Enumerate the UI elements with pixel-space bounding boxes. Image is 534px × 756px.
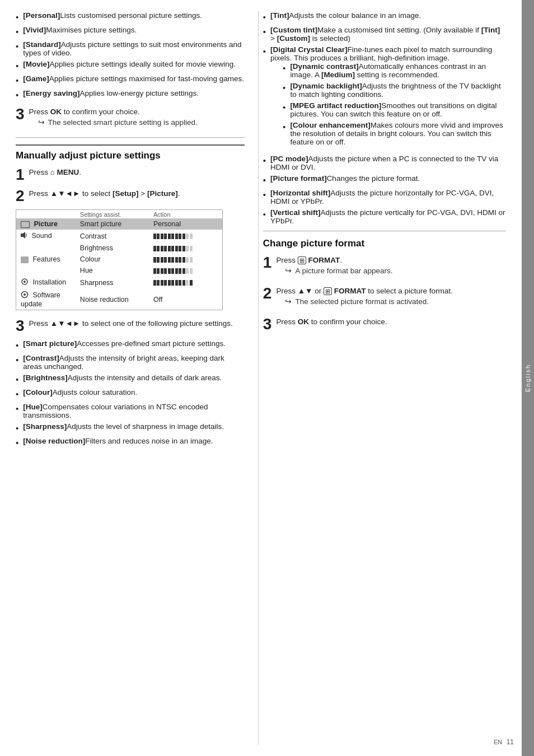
colour-label: [Colour] bbox=[23, 388, 52, 396]
hue-bar-indicator bbox=[153, 268, 204, 274]
menu-row-hue: Hue bbox=[16, 265, 222, 276]
list-item-mpeg: [MPEG artifact reduction]Smoothes out tr… bbox=[283, 101, 506, 118]
brightness-desc: Adjusts the intensity and details of dar… bbox=[68, 374, 222, 382]
step3-initial-num: 3 bbox=[16, 106, 25, 122]
tint-label: [Tint] bbox=[270, 11, 289, 20]
vertical-shift-label: [Vertical shift] bbox=[270, 208, 320, 217]
page-number: 11 bbox=[507, 738, 514, 746]
cpf-step3-num: 3 bbox=[263, 316, 272, 332]
menu-table: Settings assist. Action Picture Smart pi… bbox=[16, 210, 222, 310]
page-number-area: EN 11 bbox=[494, 738, 514, 746]
list-item-vivid: [Vivid]Maximises picture settings. bbox=[16, 26, 245, 38]
contrast-label: [Contrast] bbox=[23, 354, 59, 362]
arrow-sym-1: ↪ bbox=[285, 266, 292, 277]
list-item-dcc: [Digital Crystal Clear]Fine-tunes each p… bbox=[263, 45, 506, 152]
horizontal-shift-label: [Horizontal shift] bbox=[270, 189, 330, 197]
menu-screenshot: Settings assist. Action Picture Smart pi… bbox=[16, 209, 223, 310]
step2-content: Press ▲▼◄► to select [Setup] > [Picture]… bbox=[29, 188, 180, 199]
menu-sharpness-bar bbox=[149, 276, 222, 289]
mpeg-label: [MPEG artifact reduction] bbox=[290, 101, 381, 110]
step3-initial-content: Press OK to confirm your choice. ↪ The s… bbox=[29, 106, 198, 132]
cpf-step3-text: Press OK to confirm your choice. bbox=[276, 318, 387, 326]
dcc-label: [Digital Crystal Clear] bbox=[270, 45, 347, 54]
arrow-symbol: ↪ bbox=[38, 118, 45, 128]
picture-label: Picture bbox=[34, 220, 57, 228]
smart-picture-label: [Smart picture] bbox=[23, 339, 77, 348]
menu-installation-cell: Installation bbox=[16, 276, 76, 289]
colour-bar-indicator bbox=[153, 256, 204, 263]
sound-svg bbox=[21, 231, 27, 239]
menu-personal-cell: Personal bbox=[149, 218, 222, 230]
step3-block: 3 Press ▲▼◄► to select one of the follow… bbox=[16, 318, 245, 334]
colour-enhancement-label: [Colour enhancement] bbox=[290, 121, 370, 129]
step3-initial: 3 Press OK to confirm your choice. ↪ The… bbox=[16, 106, 245, 132]
arrow-sym-2: ↪ bbox=[285, 297, 292, 307]
hue-label: [Hue] bbox=[23, 403, 43, 411]
menu-row-brightness: Brightness bbox=[16, 242, 222, 254]
vivid-label: [Vivid] bbox=[23, 26, 46, 34]
tint-desc: Adjusts the colour balance in an image. bbox=[289, 11, 421, 20]
list-item-smart-picture: [Smart picture]Accesses pre-defined smar… bbox=[16, 339, 245, 351]
menu-col3-header: Action bbox=[149, 210, 222, 218]
step3-num: 3 bbox=[16, 318, 25, 334]
cpf-step1-content: Press ⊞ FORMAT. ↪ A picture format bar a… bbox=[276, 255, 392, 280]
dcc-sub-list: [Dynamic contrast]Automatically enhances… bbox=[283, 62, 506, 146]
movie-desc: Applies picture settings ideally suited … bbox=[50, 60, 236, 68]
cpf-step1-arrow-text: A picture format bar appears. bbox=[295, 266, 392, 277]
menu-row-picture: Picture Smart picture Personal bbox=[16, 218, 222, 230]
menu-row-software: Software update Noise reduction Off bbox=[16, 289, 222, 310]
en-label: EN bbox=[494, 739, 502, 745]
menu-contrast-cell: Contrast bbox=[76, 230, 149, 242]
list-item-horizontal-shift: [Horizontal shift]Adjusts the picture ho… bbox=[263, 189, 506, 206]
list-item-colour: [Colour]Adjusts colour saturation. bbox=[16, 388, 245, 400]
list-item-dynamic-contrast: [Dynamic contrast]Automatically enhances… bbox=[283, 62, 506, 79]
personal-label: [Personal] bbox=[23, 11, 60, 20]
cpf-step1-text: Press ⊞ FORMAT. bbox=[276, 256, 342, 264]
cpf-step2-arrow-text: The selected picture format is activated… bbox=[295, 297, 429, 307]
step1-text: Press ⌂ MENU. bbox=[29, 168, 81, 176]
menu-smart-picture-cell: Smart picture bbox=[76, 218, 149, 230]
menu-noise-off: Off bbox=[149, 289, 222, 310]
menu-row-sound: Sound Contrast bbox=[16, 230, 222, 242]
sharpness-bar-indicator bbox=[153, 279, 204, 286]
list-item-tint: [Tint]Adjusts the colour balance in an i… bbox=[263, 11, 506, 23]
list-item-dynamic-backlight: [Dynamic backlight]Adjusts the brightnes… bbox=[283, 82, 506, 99]
right-column: [Tint]Adjusts the colour balance in an i… bbox=[258, 11, 506, 745]
main-content: [Personal]Lists customised personal pict… bbox=[0, 0, 522, 756]
colour-desc: Adjusts colour saturation. bbox=[53, 388, 138, 396]
cpf-step2-arrow: ↪ The selected picture format is activat… bbox=[285, 297, 452, 307]
cpf-step3-block: 3 Press OK to confirm your choice. bbox=[263, 316, 506, 332]
language-label: English bbox=[524, 364, 531, 392]
left-column: [Personal]Lists customised personal pict… bbox=[16, 11, 258, 745]
menu-row-features: Features Colour bbox=[16, 254, 222, 265]
energy-desc: Applies low-energy picture settings. bbox=[80, 89, 199, 97]
list-item-sharpness: [Sharpness]Adjusts the level of sharpnes… bbox=[16, 422, 245, 434]
software-svg bbox=[21, 291, 29, 298]
settings-bullets-list: [Smart picture]Accesses pre-defined smar… bbox=[16, 339, 245, 449]
menu-header-row: Settings assist. Action bbox=[16, 210, 222, 218]
smart-picture-desc: Accesses pre-defined smart picture setti… bbox=[77, 339, 226, 348]
software-icon bbox=[21, 291, 29, 300]
game-desc: Applies picture settings maximised for f… bbox=[49, 74, 244, 83]
list-item-custom-tint: [Custom tint]Make a customised tint sett… bbox=[263, 26, 506, 43]
custom-tint-label: [Custom tint] bbox=[270, 26, 317, 34]
initial-picture-settings-list: [Personal]Lists customised personal pict… bbox=[16, 11, 245, 101]
step1-block: 1 Press ⌂ MENU. bbox=[16, 167, 245, 183]
picture-icon bbox=[21, 221, 30, 228]
menu-brightness-cell: Brightness bbox=[76, 242, 149, 254]
step3-text: Press ▲▼◄► to select one of the followin… bbox=[29, 319, 233, 328]
contrast-bar-indicator bbox=[153, 233, 204, 240]
list-item-vertical-shift: [Vertical shift]Adjusts the picture vert… bbox=[263, 208, 506, 225]
hue-desc: Compensates colour variations in NTSC en… bbox=[23, 403, 208, 419]
noise-desc: Filters and reduces noise in an image. bbox=[85, 437, 213, 445]
movie-label: [Movie] bbox=[23, 60, 49, 68]
picture-format-desc: Changes the picture format. bbox=[327, 174, 420, 183]
step3-initial-arrow-text: The selected smart picture setting is ap… bbox=[48, 118, 198, 128]
format-icon-2: ⊞ bbox=[324, 287, 332, 295]
menu-picture-cell: Picture bbox=[16, 218, 76, 230]
menu-row-installation: Installation Sharpness bbox=[16, 276, 222, 289]
energy-label: [Energy saving] bbox=[23, 89, 79, 97]
list-item-personal: [Personal]Lists customised personal pict… bbox=[16, 11, 245, 23]
menu-colour-cell: Colour bbox=[76, 254, 149, 265]
list-item-pc-mode: [PC mode]Adjusts the picture when a PC i… bbox=[263, 155, 506, 171]
